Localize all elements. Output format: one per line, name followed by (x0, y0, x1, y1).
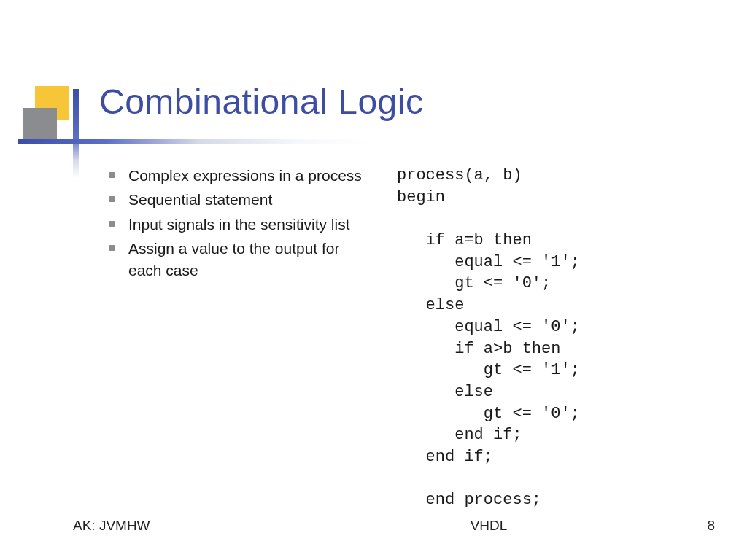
footer-page-number: 8 (657, 518, 715, 534)
decor-bar-horizontal (18, 139, 727, 144)
footer-left: AK: JVMHW (73, 518, 321, 534)
bullet-item: Complex expressions in a process (99, 165, 376, 186)
bullet-item: Sequential statement (99, 189, 376, 210)
slide-title: Combinational Logic (99, 82, 423, 122)
bullet-list: Complex expressions in a process Sequent… (99, 165, 376, 281)
bullet-item: Assign a value to the output for each ca… (99, 238, 376, 281)
bullet-column: Complex expressions in a process Sequent… (99, 165, 376, 511)
bullet-item: Input signals in the sensitivity list (99, 214, 376, 235)
slide-footer: AK: JVMHW VHDL 8 (73, 518, 715, 534)
decor-bar-vertical (73, 89, 79, 178)
slide-content: Complex expressions in a process Sequent… (99, 165, 719, 511)
code-block: process(a, b) begin if a=b then equal <=… (397, 165, 719, 511)
decor-square-grey (23, 108, 57, 141)
footer-center: VHDL (321, 518, 657, 534)
